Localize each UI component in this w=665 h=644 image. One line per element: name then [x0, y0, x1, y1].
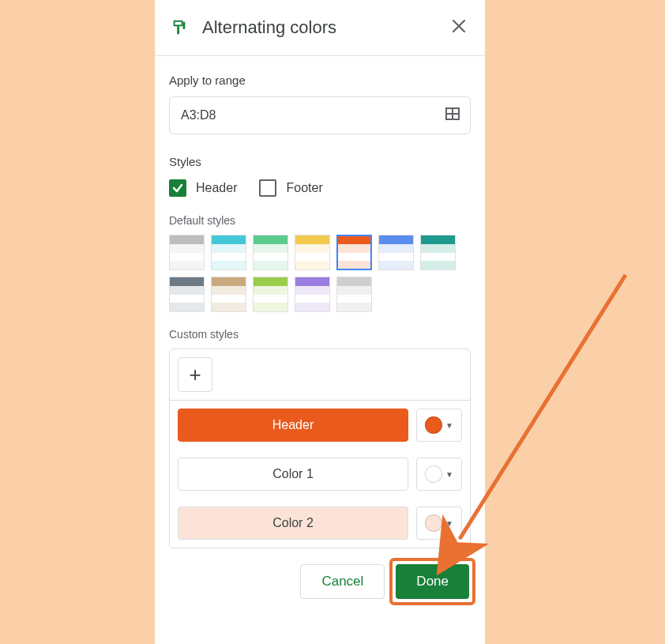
svg-rect-2 [183, 22, 186, 29]
default-styles-grid [169, 235, 471, 312]
custom-color-label: Header [178, 409, 408, 442]
range-input-container[interactable] [169, 96, 471, 134]
custom-styles-box: + Header▼Color 1▼Color 2▼ [169, 348, 471, 548]
cancel-button[interactable]: Cancel [300, 564, 385, 599]
custom-color-label: Color 2 [178, 507, 408, 540]
default-style-swatch[interactable] [378, 235, 414, 270]
chevron-down-icon: ▼ [445, 421, 453, 430]
apply-to-range-label: Apply to range [169, 73, 471, 87]
default-style-swatch[interactable] [211, 235, 246, 270]
plus-icon: + [189, 363, 201, 387]
default-style-swatch[interactable] [211, 277, 246, 312]
color-swatch-icon [425, 514, 442, 532]
svg-rect-1 [175, 22, 182, 25]
header-checkbox[interactable]: Header [169, 179, 237, 197]
panel-header: Alternating colors [155, 0, 485, 56]
styles-label: Styles [169, 155, 471, 168]
checkbox-checked-icon [169, 179, 186, 197]
paint-format-icon [171, 19, 188, 36]
chevron-down-icon: ▼ [445, 519, 453, 528]
panel-title: Alternating colors [202, 17, 449, 38]
default-style-swatch[interactable] [295, 277, 330, 312]
default-style-swatch[interactable] [420, 235, 456, 270]
custom-color-row: Header▼ [170, 401, 470, 450]
default-style-swatch[interactable] [169, 235, 205, 270]
footer-checkbox[interactable]: Footer [259, 179, 322, 197]
alternating-colors-panel: Alternating colors Apply to range Styles [155, 0, 485, 644]
custom-color-label: Color 1 [178, 458, 408, 491]
header-checkbox-label: Header [196, 181, 237, 195]
close-icon[interactable] [449, 14, 469, 41]
select-range-icon[interactable] [445, 106, 460, 125]
styles-checkboxes: Header Footer [169, 179, 471, 197]
chevron-down-icon: ▼ [445, 470, 453, 479]
color-picker-button[interactable]: ▼ [416, 507, 462, 540]
custom-styles-label: Custom styles [169, 328, 471, 341]
default-style-swatch[interactable] [295, 235, 330, 270]
default-styles-label: Default styles [169, 214, 471, 227]
default-style-swatch[interactable] [336, 235, 372, 270]
default-style-swatch[interactable] [169, 277, 205, 312]
default-style-swatch[interactable] [253, 277, 288, 312]
color-picker-button[interactable]: ▼ [416, 458, 462, 491]
footer-checkbox-label: Footer [286, 181, 322, 195]
done-button[interactable]: Done [396, 564, 469, 599]
add-custom-style-row: + [170, 349, 470, 401]
custom-color-row: Color 2▼ [170, 499, 470, 548]
default-style-swatch[interactable] [253, 235, 288, 270]
default-style-swatch[interactable] [336, 277, 372, 312]
checkbox-unchecked-icon [259, 179, 276, 197]
custom-color-row: Color 1▼ [170, 450, 470, 499]
svg-rect-3 [177, 26, 179, 34]
color-swatch-icon [425, 465, 442, 483]
footer-buttons: Cancel Done [169, 561, 471, 599]
color-swatch-icon [425, 416, 442, 434]
panel-body: Apply to range Styles Header Foot [155, 56, 485, 608]
add-custom-style-button[interactable]: + [178, 357, 212, 392]
color-picker-button[interactable]: ▼ [416, 409, 462, 442]
range-input[interactable] [181, 108, 445, 122]
